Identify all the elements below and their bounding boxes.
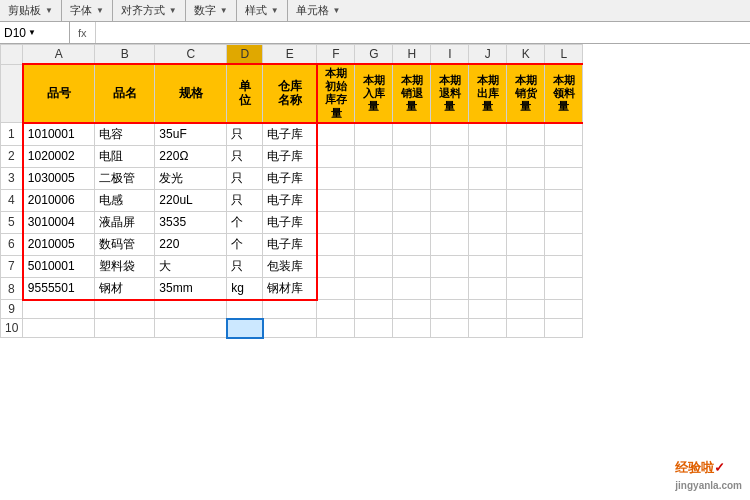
cell-F5[interactable] — [317, 211, 355, 233]
cell-reference[interactable]: D10 ▼ — [0, 22, 70, 43]
cell-H1[interactable] — [393, 123, 431, 146]
cell-I9[interactable] — [431, 300, 469, 319]
cell-H5[interactable] — [393, 211, 431, 233]
cell-H3[interactable] — [393, 167, 431, 189]
cell-G4[interactable] — [355, 189, 393, 211]
cell-C9[interactable] — [155, 300, 227, 319]
cell-F7[interactable] — [317, 255, 355, 277]
cell-C10[interactable] — [155, 319, 227, 338]
cell-B7[interactable]: 塑料袋 — [95, 255, 155, 277]
cell-A10[interactable] — [23, 319, 95, 338]
cell-K9[interactable] — [507, 300, 545, 319]
toolbar-number[interactable]: 数字 ▼ — [186, 0, 237, 21]
cell-L7[interactable] — [545, 255, 583, 277]
cell-I8[interactable] — [431, 277, 469, 300]
cell-D9[interactable] — [227, 300, 263, 319]
cell-G1[interactable] — [355, 123, 393, 146]
col-header-E[interactable]: E — [263, 45, 317, 65]
cell-H7[interactable] — [393, 255, 431, 277]
cell-A5[interactable]: 3010004 — [23, 211, 95, 233]
cell-G9[interactable] — [355, 300, 393, 319]
cell-B4[interactable]: 电感 — [95, 189, 155, 211]
cell-A9[interactable] — [23, 300, 95, 319]
cell-F6[interactable] — [317, 233, 355, 255]
cell-B10[interactable] — [95, 319, 155, 338]
cell-I10[interactable] — [431, 319, 469, 338]
cell-J10[interactable] — [469, 319, 507, 338]
toolbar-style[interactable]: 样式 ▼ — [237, 0, 288, 21]
cell-A2[interactable]: 1020002 — [23, 145, 95, 167]
col-header-C[interactable]: C — [155, 45, 227, 65]
cell-H9[interactable] — [393, 300, 431, 319]
cell-C2[interactable]: 220Ω — [155, 145, 227, 167]
cell-A1[interactable]: 1010001 — [23, 123, 95, 146]
cell-A4[interactable]: 2010006 — [23, 189, 95, 211]
col-header-J[interactable]: J — [469, 45, 507, 65]
cell-J9[interactable] — [469, 300, 507, 319]
cell-K8[interactable] — [507, 277, 545, 300]
cell-I2[interactable] — [431, 145, 469, 167]
cell-H10[interactable] — [393, 319, 431, 338]
cell-J7[interactable] — [469, 255, 507, 277]
cell-G5[interactable] — [355, 211, 393, 233]
cell-G2[interactable] — [355, 145, 393, 167]
cell-K1[interactable] — [507, 123, 545, 146]
cell-E3[interactable]: 电子库 — [263, 167, 317, 189]
cell-B2[interactable]: 电阻 — [95, 145, 155, 167]
cell-L1[interactable] — [545, 123, 583, 146]
cell-B9[interactable] — [95, 300, 155, 319]
cell-L10[interactable] — [545, 319, 583, 338]
cell-E1[interactable]: 电子库 — [263, 123, 317, 146]
cell-A6[interactable]: 2010005 — [23, 233, 95, 255]
cell-L9[interactable] — [545, 300, 583, 319]
cell-K5[interactable] — [507, 211, 545, 233]
cell-C3[interactable]: 发光 — [155, 167, 227, 189]
cell-B6[interactable]: 数码管 — [95, 233, 155, 255]
cell-J5[interactable] — [469, 211, 507, 233]
cell-C5[interactable]: 3535 — [155, 211, 227, 233]
cell-C1[interactable]: 35uF — [155, 123, 227, 146]
cell-L3[interactable] — [545, 167, 583, 189]
toolbar-cell[interactable]: 单元格 ▼ — [288, 0, 349, 21]
cell-B3[interactable]: 二极管 — [95, 167, 155, 189]
col-header-L[interactable]: L — [545, 45, 583, 65]
cell-D5[interactable]: 个 — [227, 211, 263, 233]
cell-H4[interactable] — [393, 189, 431, 211]
cell-L4[interactable] — [545, 189, 583, 211]
cell-L8[interactable] — [545, 277, 583, 300]
cell-E9[interactable] — [263, 300, 317, 319]
cell-B5[interactable]: 液晶屏 — [95, 211, 155, 233]
cell-D8[interactable]: kg — [227, 277, 263, 300]
cell-H2[interactable] — [393, 145, 431, 167]
cell-L6[interactable] — [545, 233, 583, 255]
cell-D1[interactable]: 只 — [227, 123, 263, 146]
cell-C6[interactable]: 220 — [155, 233, 227, 255]
cell-D10[interactable] — [227, 319, 263, 338]
cell-F8[interactable] — [317, 277, 355, 300]
cell-D2[interactable]: 只 — [227, 145, 263, 167]
col-header-G[interactable]: G — [355, 45, 393, 65]
col-header-H[interactable]: H — [393, 45, 431, 65]
cell-D7[interactable]: 只 — [227, 255, 263, 277]
cell-J1[interactable] — [469, 123, 507, 146]
cell-K3[interactable] — [507, 167, 545, 189]
cell-I1[interactable] — [431, 123, 469, 146]
cell-J2[interactable] — [469, 145, 507, 167]
cell-B8[interactable]: 钢材 — [95, 277, 155, 300]
cell-F10[interactable] — [317, 319, 355, 338]
cell-L2[interactable] — [545, 145, 583, 167]
cell-F1[interactable] — [317, 123, 355, 146]
cell-G8[interactable] — [355, 277, 393, 300]
cell-H6[interactable] — [393, 233, 431, 255]
col-header-D[interactable]: D — [227, 45, 263, 65]
toolbar-clipboard[interactable]: 剪贴板 ▼ — [0, 0, 62, 21]
cell-F9[interactable] — [317, 300, 355, 319]
cell-K6[interactable] — [507, 233, 545, 255]
cell-A8[interactable]: 9555501 — [23, 277, 95, 300]
cell-K7[interactable] — [507, 255, 545, 277]
cell-J4[interactable] — [469, 189, 507, 211]
cell-I5[interactable] — [431, 211, 469, 233]
cell-E6[interactable]: 电子库 — [263, 233, 317, 255]
cell-I6[interactable] — [431, 233, 469, 255]
cell-G7[interactable] — [355, 255, 393, 277]
